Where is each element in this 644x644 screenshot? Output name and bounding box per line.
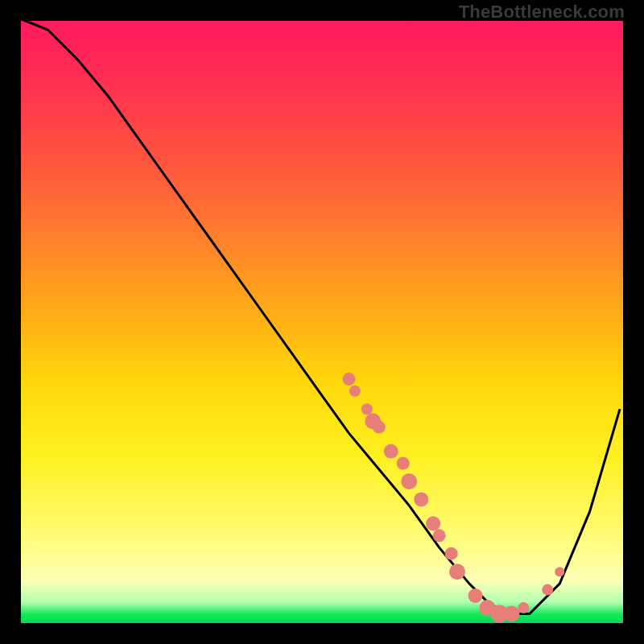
curve-marker <box>503 606 519 622</box>
chart-frame <box>18 18 626 626</box>
curve-marker <box>555 567 564 576</box>
curve-marker <box>469 588 483 603</box>
curve-marker <box>401 473 417 489</box>
bottleneck-curve <box>18 18 620 614</box>
watermark-text: TheBottleneck.com <box>459 2 625 23</box>
curve-marker <box>349 386 361 397</box>
curve-marker <box>342 373 355 386</box>
chart-svg <box>18 18 620 620</box>
curve-marker <box>445 547 458 560</box>
curve-marker <box>397 457 410 470</box>
curve-marker <box>384 444 398 459</box>
curve-marker <box>542 584 553 596</box>
curve-marker <box>449 564 465 580</box>
curve-marker <box>414 492 428 506</box>
curve-markers <box>342 373 564 623</box>
curve-marker <box>518 602 529 613</box>
curve-marker <box>373 421 386 434</box>
curve-marker <box>361 403 373 415</box>
curve-marker <box>433 529 446 542</box>
curve-marker <box>426 516 440 530</box>
